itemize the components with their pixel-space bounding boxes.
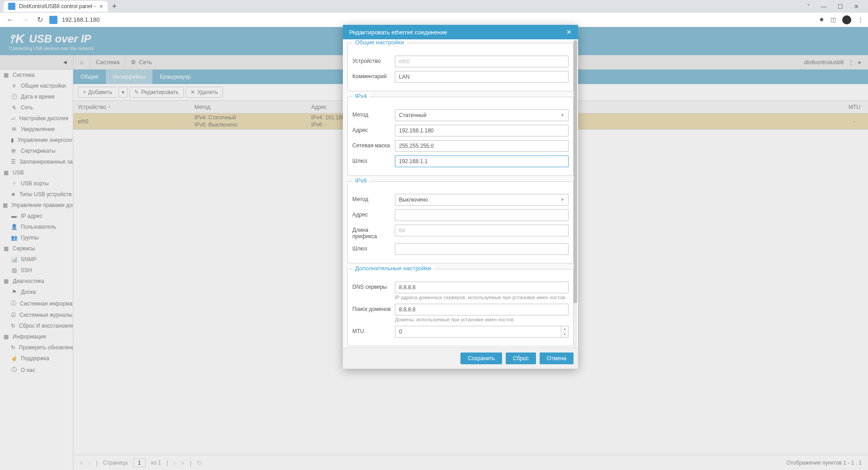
menu-icon[interactable]: ⋮ (858, 16, 863, 23)
refresh-icon: ↻ (11, 323, 15, 329)
sidebar-network[interactable]: ↯Сеть (0, 102, 73, 113)
sidebar-syslog[interactable]: ☑Системные журналы (0, 310, 73, 320)
sidebar-groups[interactable]: 👥Группы (0, 232, 73, 243)
tab-interfaces[interactable]: Интерфейсы (106, 70, 153, 84)
next-page-icon[interactable]: › (173, 459, 175, 466)
label-mtu: MTU (352, 326, 391, 334)
sidebar-board[interactable]: ⚑Доска (0, 287, 73, 297)
spin-up-icon[interactable]: ▲ (561, 326, 568, 332)
window-close-icon[interactable]: ✕ (854, 3, 859, 10)
last-page-icon[interactable]: » (181, 459, 185, 466)
dialog-header[interactable]: Редактировать ethernet соединение ✕ (343, 25, 578, 39)
back-icon[interactable]: ← (5, 16, 15, 24)
dialog-footer: Сохранить Сброс Отмена (343, 348, 578, 369)
scrollbar-thumb[interactable] (574, 40, 577, 303)
search-domains-input[interactable] (395, 304, 569, 315)
tab-firewall[interactable]: Брандмауэр (152, 70, 198, 84)
ipv4-addr-input[interactable] (395, 125, 569, 136)
hdd-icon: ▦ (3, 334, 9, 340)
extensions-icon[interactable]: ✸ (819, 16, 824, 23)
tab-close-icon[interactable]: × (99, 3, 103, 10)
sidebar-access[interactable]: ▦Управление правами доступа (0, 200, 73, 211)
label-dns: DNS серверы (352, 282, 391, 290)
spin-down-icon[interactable]: ▼ (561, 332, 568, 337)
sidebar-datetime[interactable]: 🕐Дата и время (0, 91, 73, 102)
ipv6-prefix-input (395, 225, 569, 236)
sidebar-usb[interactable]: ▦USB (0, 167, 73, 178)
sidebar-diag[interactable]: ▦Диагностика (0, 276, 73, 287)
sidebar-services[interactable]: ▦Сервисы (0, 243, 73, 254)
pencil-icon: ✎ (134, 89, 139, 95)
breadcrumb-system[interactable]: Система (90, 55, 125, 69)
ipv6-addr-input (395, 209, 569, 221)
profile-avatar[interactable] (842, 15, 851, 24)
sidebar-display[interactable]: ▱Настройки дисплея (0, 113, 73, 124)
col-mtu[interactable]: MTU (841, 104, 868, 110)
breadcrumb-home[interactable]: ⌂ (73, 55, 90, 69)
save-button[interactable]: Сохранить (460, 352, 502, 364)
cancel-button[interactable]: Отмена (540, 352, 574, 364)
ipv6-method-select[interactable]: Выключено▼ (395, 194, 569, 206)
sidebar-certs[interactable]: ⛨Сертификаты (0, 146, 73, 156)
prev-page-icon[interactable]: ‹ (89, 459, 91, 466)
tab-general[interactable]: Общий (73, 70, 106, 84)
delete-button[interactable]: ✕Удалить (185, 87, 223, 98)
reset-button[interactable]: Сброс (506, 352, 536, 364)
sidebar-general[interactable]: ≡Общие настройки (0, 80, 73, 91)
page-label: Страница (103, 460, 128, 466)
cell-mtu: - (841, 118, 868, 125)
sidebar-support[interactable]: ☝Поддержка (0, 353, 73, 364)
sidebar-sysinfo[interactable]: ⓘСистемная информация (0, 297, 73, 310)
ipv4-method-select[interactable]: Статичный▼ (395, 109, 569, 121)
battery-icon: ▮ (11, 137, 14, 143)
ipv4-mask-input[interactable] (395, 140, 569, 152)
ipv4-gw-input[interactable] (395, 155, 569, 167)
mtu-input[interactable] (395, 326, 561, 338)
sidebar-ssh[interactable]: ▤SSH (0, 265, 73, 276)
url-text[interactable]: 192.168.1.180 (62, 16, 815, 23)
window-maximize-icon[interactable]: ☐ (838, 3, 843, 10)
refresh-icon: ↻ (11, 344, 15, 351)
add-dropdown-button[interactable]: ▾ (119, 87, 128, 98)
mtu-spinner[interactable]: ▲▼ (395, 326, 569, 338)
sidebar-info[interactable]: ▦Информация (0, 331, 73, 342)
sidebar-tasks[interactable]: ☰Запланированные задания (0, 156, 73, 167)
reload-icon[interactable]: ↻ (35, 15, 45, 24)
sidebar-update[interactable]: ↻Проверить обновления (0, 342, 73, 353)
sidebar-system[interactable]: ▦Система (0, 70, 73, 80)
site-favicon (49, 16, 57, 24)
col-device[interactable]: Устройство ↑ (73, 104, 190, 110)
home-icon: ⌂ (80, 59, 84, 66)
list-icon: ☰ (11, 159, 16, 165)
sidebar-collapse-button[interactable]: ◄ (0, 59, 73, 66)
page-input[interactable] (133, 458, 146, 467)
dialog-scrollbar[interactable] (574, 40, 577, 350)
dns-input[interactable] (395, 282, 569, 293)
first-page-icon[interactable]: « (80, 459, 83, 466)
sidebar-usbtypes[interactable]: ★Типы USB устройств (0, 189, 73, 200)
panel-icon[interactable]: ◫ (830, 16, 836, 23)
sidebar-power[interactable]: ▮Управление энергопотреблением (0, 135, 73, 146)
sidebar-notify[interactable]: ✉Уведомление (0, 124, 73, 135)
usb-icon: ⑂ (11, 180, 17, 187)
dialog-close-icon[interactable]: ✕ (566, 28, 572, 36)
fieldset-ipv6: IPv6 Метод Выключено▼ Адрес Длина префик… (347, 181, 574, 263)
col-method[interactable]: Метод (190, 104, 307, 110)
add-button[interactable]: +Добавить (78, 87, 117, 98)
window-minimize-icon[interactable]: — (821, 3, 827, 10)
edit-button[interactable]: ✎Редактировать (129, 87, 184, 98)
chevron-down-icon[interactable]: ˅ (807, 3, 810, 10)
sidebar-user[interactable]: 👤Пользователь (0, 221, 73, 232)
browser-tab[interactable]: DistKontrolUSB8 control panel - × (4, 1, 108, 12)
user-menu[interactable]: distkontrolusb8 ⋮ ▸ (798, 59, 868, 66)
comment-input[interactable] (395, 71, 569, 83)
sidebar-about[interactable]: ⓘО нас (0, 364, 73, 376)
sidebar-reset[interactable]: ↻Сброс И восстановление (0, 320, 73, 331)
new-tab-button[interactable]: + (108, 2, 122, 11)
refresh-icon[interactable]: ↻ (197, 459, 202, 466)
breadcrumb-network[interactable]: ⚙ Сеть (125, 55, 157, 69)
sidebar-ip[interactable]: ▬IP адрес (0, 211, 73, 221)
sidebar-usbports[interactable]: ⑂USB порты (0, 178, 73, 189)
sidebar-snmp[interactable]: 📊SNMP (0, 254, 73, 265)
tv-icon: ▱ (11, 115, 15, 122)
